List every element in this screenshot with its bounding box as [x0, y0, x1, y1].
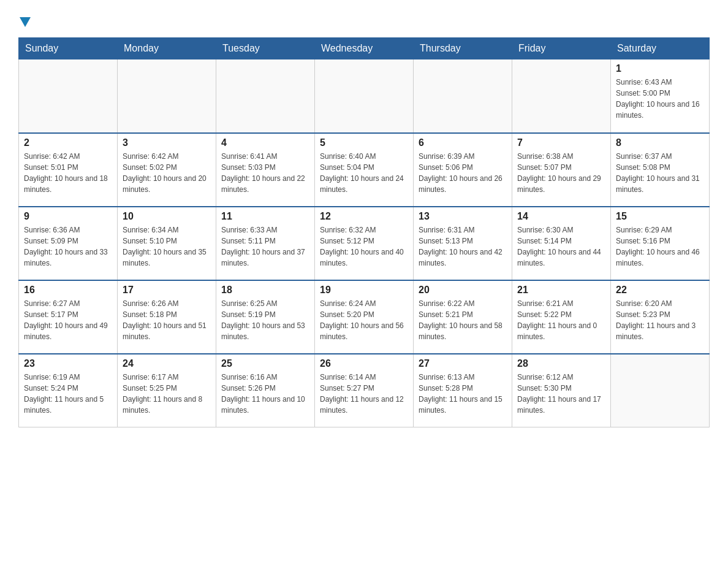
calendar-week-row: 9Sunrise: 6:36 AMSunset: 5:09 PMDaylight… — [19, 207, 710, 280]
day-info: Sunrise: 6:27 AMSunset: 5:17 PMDaylight:… — [24, 298, 112, 342]
calendar-cell: 7Sunrise: 6:38 AMSunset: 5:07 PMDaylight… — [512, 133, 611, 207]
day-info: Sunrise: 6:38 AMSunset: 5:07 PMDaylight:… — [517, 151, 605, 195]
calendar-cell: 4Sunrise: 6:41 AMSunset: 5:03 PMDaylight… — [216, 133, 315, 207]
day-number: 14 — [517, 211, 605, 222]
day-number: 18 — [221, 285, 309, 296]
day-info: Sunrise: 6:42 AMSunset: 5:01 PMDaylight:… — [24, 151, 112, 195]
calendar-cell: 2Sunrise: 6:42 AMSunset: 5:01 PMDaylight… — [19, 133, 118, 207]
day-header-thursday: Thursday — [414, 38, 512, 59]
day-info: Sunrise: 6:37 AMSunset: 5:08 PMDaylight:… — [616, 151, 704, 195]
day-header-friday: Friday — [512, 38, 611, 59]
calendar-cell: 12Sunrise: 6:32 AMSunset: 5:12 PMDayligh… — [315, 207, 414, 280]
calendar-cell: 1Sunrise: 6:43 AMSunset: 5:00 PMDaylight… — [611, 59, 710, 133]
calendar-cell: 22Sunrise: 6:20 AMSunset: 5:23 PMDayligh… — [611, 280, 710, 354]
calendar-cell — [512, 59, 611, 133]
calendar-cell — [611, 354, 710, 427]
day-info: Sunrise: 6:41 AMSunset: 5:03 PMDaylight:… — [221, 151, 309, 195]
calendar-cell: 9Sunrise: 6:36 AMSunset: 5:09 PMDaylight… — [19, 207, 118, 280]
day-number: 10 — [123, 211, 211, 222]
day-number: 15 — [616, 211, 704, 222]
day-number: 1 — [616, 63, 704, 74]
day-info: Sunrise: 6:43 AMSunset: 5:00 PMDaylight:… — [616, 77, 704, 121]
day-info: Sunrise: 6:22 AMSunset: 5:21 PMDaylight:… — [419, 298, 507, 342]
day-number: 5 — [320, 137, 408, 148]
calendar-cell: 3Sunrise: 6:42 AMSunset: 5:02 PMDaylight… — [118, 133, 216, 207]
day-info: Sunrise: 6:36 AMSunset: 5:09 PMDaylight:… — [24, 224, 112, 269]
calendar-cell: 19Sunrise: 6:24 AMSunset: 5:20 PMDayligh… — [315, 280, 414, 354]
calendar-table: SundayMondayTuesdayWednesdayThursdayFrid… — [18, 37, 710, 427]
calendar-cell: 21Sunrise: 6:21 AMSunset: 5:22 PMDayligh… — [512, 280, 611, 354]
day-header-wednesday: Wednesday — [315, 38, 414, 59]
day-number: 21 — [517, 285, 605, 296]
day-number: 24 — [123, 358, 211, 369]
day-info: Sunrise: 6:14 AMSunset: 5:27 PMDaylight:… — [320, 372, 408, 416]
day-info: Sunrise: 6:42 AMSunset: 5:02 PMDaylight:… — [123, 151, 211, 195]
calendar-cell: 5Sunrise: 6:40 AMSunset: 5:04 PMDaylight… — [315, 133, 414, 207]
calendar-cell: 25Sunrise: 6:16 AMSunset: 5:26 PMDayligh… — [216, 354, 315, 427]
day-number: 17 — [123, 285, 211, 296]
day-number: 26 — [320, 358, 408, 369]
day-info: Sunrise: 6:13 AMSunset: 5:28 PMDaylight:… — [419, 372, 507, 416]
day-header-tuesday: Tuesday — [216, 38, 315, 59]
calendar-cell: 26Sunrise: 6:14 AMSunset: 5:27 PMDayligh… — [315, 354, 414, 427]
day-number: 8 — [616, 137, 704, 148]
calendar-cell — [216, 59, 315, 133]
logo-arrow-icon — [20, 12, 31, 31]
calendar-cell: 13Sunrise: 6:31 AMSunset: 5:13 PMDayligh… — [414, 207, 512, 280]
calendar-cell — [315, 59, 414, 133]
day-info: Sunrise: 6:12 AMSunset: 5:30 PMDaylight:… — [517, 372, 605, 416]
calendar-cell: 10Sunrise: 6:34 AMSunset: 5:10 PMDayligh… — [118, 207, 216, 280]
day-number: 4 — [221, 137, 309, 148]
calendar-cell: 20Sunrise: 6:22 AMSunset: 5:21 PMDayligh… — [414, 280, 512, 354]
calendar-cell: 11Sunrise: 6:33 AMSunset: 5:11 PMDayligh… — [216, 207, 315, 280]
calendar-header-row: SundayMondayTuesdayWednesdayThursdayFrid… — [19, 38, 710, 59]
calendar-cell — [19, 59, 118, 133]
day-info: Sunrise: 6:19 AMSunset: 5:24 PMDaylight:… — [24, 372, 112, 416]
calendar-cell: 6Sunrise: 6:39 AMSunset: 5:06 PMDaylight… — [414, 133, 512, 207]
calendar-cell: 15Sunrise: 6:29 AMSunset: 5:16 PMDayligh… — [611, 207, 710, 280]
day-info: Sunrise: 6:25 AMSunset: 5:19 PMDaylight:… — [221, 298, 309, 342]
day-header-monday: Monday — [118, 38, 216, 59]
day-number: 27 — [419, 358, 507, 369]
calendar-week-row: 16Sunrise: 6:27 AMSunset: 5:17 PMDayligh… — [19, 280, 710, 354]
day-info: Sunrise: 6:26 AMSunset: 5:18 PMDaylight:… — [123, 298, 211, 342]
calendar-cell: 14Sunrise: 6:30 AMSunset: 5:14 PMDayligh… — [512, 207, 611, 280]
day-info: Sunrise: 6:24 AMSunset: 5:20 PMDaylight:… — [320, 298, 408, 342]
day-number: 28 — [517, 358, 605, 369]
day-number: 2 — [24, 137, 112, 148]
page-header — [18, 12, 710, 31]
calendar-cell — [118, 59, 216, 133]
svg-marker-0 — [20, 17, 31, 27]
day-number: 16 — [24, 285, 112, 296]
calendar-cell: 27Sunrise: 6:13 AMSunset: 5:28 PMDayligh… — [414, 354, 512, 427]
calendar-cell: 16Sunrise: 6:27 AMSunset: 5:17 PMDayligh… — [19, 280, 118, 354]
day-info: Sunrise: 6:20 AMSunset: 5:23 PMDaylight:… — [616, 298, 704, 342]
day-number: 13 — [419, 211, 507, 222]
day-info: Sunrise: 6:31 AMSunset: 5:13 PMDaylight:… — [419, 224, 507, 269]
day-number: 25 — [221, 358, 309, 369]
day-header-sunday: Sunday — [19, 38, 118, 59]
calendar-cell — [414, 59, 512, 133]
calendar-week-row: 23Sunrise: 6:19 AMSunset: 5:24 PMDayligh… — [19, 354, 710, 427]
day-number: 22 — [616, 285, 704, 296]
day-number: 7 — [517, 137, 605, 148]
day-info: Sunrise: 6:34 AMSunset: 5:10 PMDaylight:… — [123, 224, 211, 269]
calendar-cell: 18Sunrise: 6:25 AMSunset: 5:19 PMDayligh… — [216, 280, 315, 354]
day-info: Sunrise: 6:29 AMSunset: 5:16 PMDaylight:… — [616, 224, 704, 269]
calendar-cell: 28Sunrise: 6:12 AMSunset: 5:30 PMDayligh… — [512, 354, 611, 427]
day-info: Sunrise: 6:33 AMSunset: 5:11 PMDaylight:… — [221, 224, 309, 269]
day-number: 11 — [221, 211, 309, 222]
day-number: 23 — [24, 358, 112, 369]
day-info: Sunrise: 6:16 AMSunset: 5:26 PMDaylight:… — [221, 372, 309, 416]
day-info: Sunrise: 6:32 AMSunset: 5:12 PMDaylight:… — [320, 224, 408, 269]
day-number: 19 — [320, 285, 408, 296]
day-number: 6 — [419, 137, 507, 148]
day-number: 12 — [320, 211, 408, 222]
day-info: Sunrise: 6:21 AMSunset: 5:22 PMDaylight:… — [517, 298, 605, 342]
day-header-saturday: Saturday — [611, 38, 710, 59]
day-info: Sunrise: 6:30 AMSunset: 5:14 PMDaylight:… — [517, 224, 605, 269]
calendar-cell: 17Sunrise: 6:26 AMSunset: 5:18 PMDayligh… — [118, 280, 216, 354]
calendar-week-row: 1Sunrise: 6:43 AMSunset: 5:00 PMDaylight… — [19, 59, 710, 133]
day-info: Sunrise: 6:40 AMSunset: 5:04 PMDaylight:… — [320, 151, 408, 195]
logo — [18, 12, 31, 31]
